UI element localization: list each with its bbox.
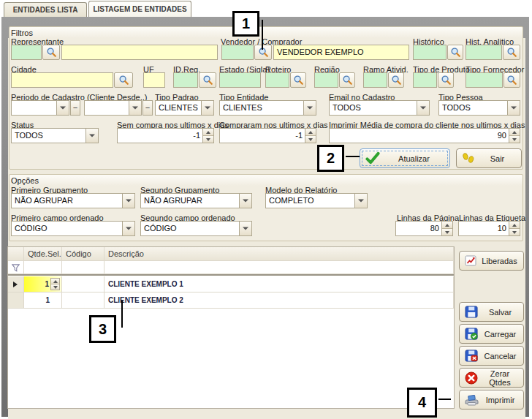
- spinner-buttons[interactable]: [305, 129, 316, 143]
- segundo-grupamento-combo[interactable]: NÃO AGRUPAR: [140, 193, 252, 208]
- tipo-fornecedor-search-button[interactable]: [503, 72, 520, 88]
- codigo-cell[interactable]: [62, 292, 104, 309]
- chevron-down-icon[interactable]: [354, 194, 367, 208]
- tab-entidades-lista[interactable]: ENTIDADES LISTA: [4, 2, 87, 17]
- spin-up-icon[interactable]: [203, 129, 213, 136]
- codigo-cell[interactable]: [62, 276, 104, 292]
- cidade-field[interactable]: [11, 72, 113, 88]
- historico-search-button[interactable]: [447, 45, 463, 60]
- chevron-down-icon[interactable]: [417, 101, 429, 115]
- spin-down-icon[interactable]: [51, 284, 59, 290]
- qtde-cell-editing[interactable]: 1: [24, 276, 62, 292]
- periodo-to-clear-button[interactable]: −: [142, 100, 153, 116]
- periodo-from-clear-button[interactable]: −: [70, 100, 80, 116]
- filter-cell-qtde[interactable]: [24, 261, 62, 274]
- column-header-descricao[interactable]: Descrição: [104, 247, 454, 261]
- estado-sigla-field[interactable]: [219, 72, 261, 88]
- compraram-field[interactable]: -1: [219, 128, 316, 143]
- modelo-relatorio-combo[interactable]: COMPLETO: [265, 193, 368, 208]
- imprimir-button[interactable]: Imprimir: [459, 390, 524, 409]
- vendedor-code-field[interactable]: [221, 45, 254, 60]
- tipo-padrao-combo[interactable]: CLIENTES: [155, 100, 214, 116]
- spin-up-icon[interactable]: [442, 222, 452, 229]
- zerar-qtdes-button[interactable]: Zerar Qtdes: [459, 368, 524, 388]
- regiao-search-button[interactable]: [339, 72, 355, 88]
- qtde-cell[interactable]: 1: [24, 292, 62, 309]
- email-cadastro-combo[interactable]: TODOS: [329, 100, 430, 116]
- cidade-search-button[interactable]: [114, 72, 133, 88]
- tipo-produto-field[interactable]: [413, 72, 437, 88]
- id-reg-field[interactable]: [173, 72, 198, 88]
- primeiro-grupamento-combo[interactable]: NÃO AGRUPAR: [11, 193, 135, 208]
- roteiro-field[interactable]: [265, 72, 289, 88]
- chevron-down-icon[interactable]: [239, 194, 251, 208]
- representante-name-field[interactable]: [61, 45, 218, 60]
- hist-analitico-search-button[interactable]: [503, 45, 520, 60]
- representante-code-field[interactable]: [11, 45, 42, 60]
- filter-cell-descricao[interactable]: [104, 261, 454, 274]
- carregar-button[interactable]: Carregar: [459, 324, 524, 344]
- chevron-down-icon[interactable]: [201, 101, 213, 115]
- spinner-buttons[interactable]: [509, 129, 520, 143]
- filter-cell-codigo[interactable]: [62, 261, 104, 274]
- roteiro-search-button[interactable]: [290, 72, 306, 88]
- tipo-entidade-combo[interactable]: CLIENTES: [219, 100, 316, 116]
- spinner-buttons[interactable]: [50, 278, 60, 290]
- representante-search-button[interactable]: [42, 45, 60, 60]
- spinner-buttons[interactable]: [509, 222, 520, 235]
- imprimir-media-field[interactable]: 90: [329, 128, 520, 143]
- tipo-pessoa-combo[interactable]: TODOS: [438, 100, 520, 116]
- table-row[interactable]: 1 CLIENTE EXEMPLO 2: [8, 292, 454, 309]
- chevron-down-icon[interactable]: [507, 101, 520, 115]
- vendedor-name-field[interactable]: VENDEDOR EXEMPLO: [273, 45, 409, 60]
- hist-analitico-field[interactable]: [466, 45, 502, 60]
- ramo-atividade-field[interactable]: [363, 72, 387, 88]
- spin-up-icon[interactable]: [305, 129, 316, 136]
- grid-filter-row[interactable]: [8, 261, 454, 274]
- spin-up-icon[interactable]: [509, 222, 520, 229]
- tipo-produto-search-button[interactable]: [438, 72, 454, 88]
- spin-down-icon[interactable]: [442, 229, 452, 235]
- spin-down-icon[interactable]: [203, 136, 213, 143]
- descricao-cell[interactable]: CLIENTE EXEMPLO 2: [104, 292, 454, 309]
- cancelar-button[interactable]: Cancelar: [459, 346, 524, 366]
- atualizar-button[interactable]: Atualizar: [360, 148, 450, 168]
- spin-down-icon[interactable]: [509, 136, 520, 143]
- spin-down-icon[interactable]: [305, 136, 316, 143]
- spinner-buttons[interactable]: [202, 129, 213, 143]
- primeiro-campo-combo[interactable]: CÓDIGO: [11, 221, 135, 236]
- tipo-fornecedor-field[interactable]: [466, 72, 503, 88]
- sair-button[interactable]: Sair: [456, 148, 522, 168]
- vendedor-search-button[interactable]: [254, 45, 272, 60]
- regiao-field[interactable]: [314, 72, 338, 88]
- periodo-to-date-combo[interactable]: [84, 100, 142, 116]
- linhas-etiqueta-field[interactable]: 10: [458, 221, 520, 236]
- periodo-from-date-combo[interactable]: [11, 100, 69, 116]
- tab-listagem-de-entidades[interactable]: LISTAGEM DE ENTIDADES: [88, 1, 191, 17]
- segundo-campo-combo[interactable]: CÓDIGO: [140, 221, 252, 236]
- descricao-cell[interactable]: CLIENTE EXEMPLO 1: [104, 276, 454, 292]
- linhas-pagina-field[interactable]: 80: [395, 221, 453, 236]
- historico-field[interactable]: [413, 45, 446, 60]
- chevron-down-icon[interactable]: [56, 101, 69, 115]
- column-header-codigo[interactable]: Código: [62, 247, 104, 261]
- chevron-down-icon[interactable]: [129, 101, 141, 115]
- chevron-down-icon[interactable]: [86, 129, 98, 143]
- ramo-atividade-search-button[interactable]: [388, 72, 404, 88]
- chevron-down-icon[interactable]: [122, 222, 134, 235]
- chevron-down-icon[interactable]: [122, 194, 134, 208]
- column-header-qtde-sel[interactable]: Qtde.Sel.: [24, 247, 62, 261]
- status-combo[interactable]: TODOS: [11, 128, 99, 143]
- spin-down-icon[interactable]: [509, 229, 520, 235]
- id-reg-search-button[interactable]: [199, 72, 216, 88]
- table-row[interactable]: 1 CLIENTE EXEMPLO 1: [8, 276, 454, 292]
- spin-up-icon[interactable]: [51, 279, 59, 284]
- liberadas-button[interactable]: Liberadas: [459, 251, 524, 271]
- spin-up-icon[interactable]: [509, 129, 520, 136]
- sem-compra-field[interactable]: -1: [117, 128, 214, 143]
- spinner-buttons[interactable]: [441, 222, 452, 235]
- salvar-button[interactable]: Salvar: [459, 302, 524, 322]
- chevron-down-icon[interactable]: [303, 101, 316, 115]
- chevron-down-icon[interactable]: [239, 222, 251, 235]
- uf-field[interactable]: [143, 72, 165, 88]
